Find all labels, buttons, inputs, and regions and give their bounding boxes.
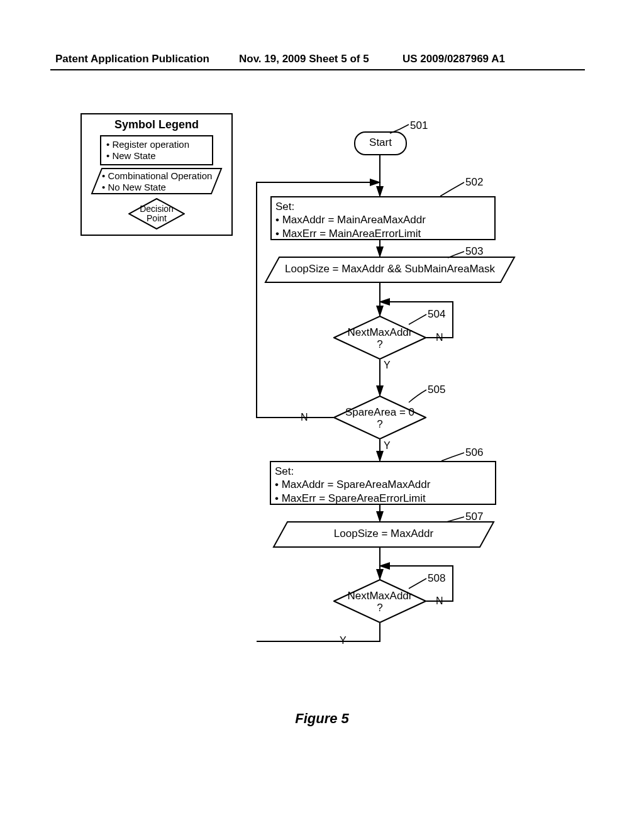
node-502-l1: Set: xyxy=(275,200,491,213)
symbol-legend: Symbol Legend • Register operation • New… xyxy=(80,113,233,236)
legend-title: Symbol Legend xyxy=(84,118,229,131)
legend-rect-line1: • Register operation xyxy=(106,139,207,150)
node-505-l2: ? xyxy=(333,419,426,431)
legend-combinational-symbol: • Combinational Operation • No New State xyxy=(91,168,223,194)
ref-505: 505 xyxy=(428,384,445,396)
header-right: US 2009/0287969 A1 xyxy=(402,53,505,65)
legend-register-symbol: • Register operation • New State xyxy=(100,135,213,165)
ref-502: 502 xyxy=(465,176,483,189)
ref-507: 507 xyxy=(465,511,483,523)
legend-para-line2: • No New State xyxy=(102,182,212,193)
node-start: Start xyxy=(354,131,407,155)
node-502-l3: • MaxErr = MainAreaErrorLimit xyxy=(275,227,491,240)
node-507: LoopSize = MaxAddr xyxy=(272,521,495,548)
node-504-l2: ? xyxy=(333,339,426,351)
ref-504: 504 xyxy=(428,308,445,321)
node-505: SpareArea = 0 ? xyxy=(333,396,426,440)
node-506-l1: Set: xyxy=(275,465,491,478)
node-504-l1: NextMaxAddr xyxy=(333,327,426,339)
label-505-Y: Y xyxy=(384,440,391,451)
node-503-text: LoopSize = MaxAddr && SubMainAreaMask xyxy=(264,263,516,275)
node-508-l1: NextMaxAddr xyxy=(333,590,426,602)
node-503: LoopSize = MaxAddr && SubMainAreaMask xyxy=(264,257,516,283)
node-507-text: LoopSize = MaxAddr xyxy=(272,528,495,540)
node-506-l3: • MaxErr = SpareAreaErrorLimit xyxy=(275,492,491,505)
node-502-l2: • MaxAddr = MainAreaMaxAddr xyxy=(275,213,491,226)
label-508-Y: Y xyxy=(340,635,347,646)
legend-para-line1: • Combinational Operation xyxy=(102,170,212,182)
header-left: Patent Application Publication xyxy=(55,53,209,65)
figure-caption: Figure 5 xyxy=(0,711,644,727)
node-506: Set: • MaxAddr = SpareAreaMaxAddr • MaxE… xyxy=(270,461,496,505)
node-504: NextMaxAddr ? xyxy=(333,316,426,360)
ref-506: 506 xyxy=(465,446,483,459)
node-505-l1: SpareArea = 0 xyxy=(333,407,426,419)
ref-508: 508 xyxy=(428,572,445,585)
node-508: NextMaxAddr ? xyxy=(333,579,426,623)
header-center: Nov. 19, 2009 Sheet 5 of 5 xyxy=(239,53,369,65)
legend-diamond-line1: Decision xyxy=(128,204,185,214)
ref-503: 503 xyxy=(465,245,483,258)
label-504-N: N xyxy=(436,332,443,343)
legend-diamond-line2: Point xyxy=(128,214,185,223)
legend-decision-symbol: Decision Point xyxy=(128,198,185,230)
node-508-l2: ? xyxy=(333,602,426,614)
header-rule xyxy=(50,69,585,70)
legend-rect-line2: • New State xyxy=(106,150,207,162)
node-502: Set: • MaxAddr = MainAreaMaxAddr • MaxEr… xyxy=(270,196,496,240)
ref-501: 501 xyxy=(410,119,428,132)
label-505-N: N xyxy=(301,412,308,423)
label-508-N: N xyxy=(436,595,443,607)
node-506-l2: • MaxAddr = SpareAreaMaxAddr xyxy=(275,478,491,491)
label-504-Y: Y xyxy=(384,360,391,371)
